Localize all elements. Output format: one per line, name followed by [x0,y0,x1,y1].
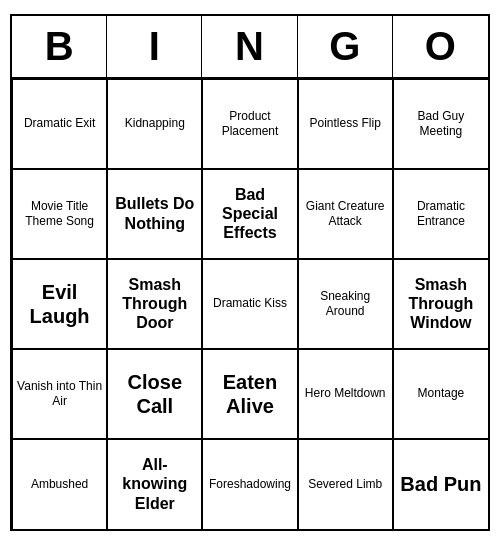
cell-text: Movie Title Theme Song [17,199,102,228]
bingo-cell: Pointless Flip [298,79,393,169]
header-letter: G [298,16,393,77]
bingo-cell: Dramatic Kiss [202,259,297,349]
cell-text: Eaten Alive [207,370,292,418]
cell-text: All-knowing Elder [112,455,197,513]
bingo-cell: Dramatic Exit [12,79,107,169]
cell-text: Pointless Flip [310,116,381,130]
cell-text: Vanish into Thin Air [17,379,102,408]
bingo-cell: Foreshadowing [202,439,297,529]
cell-text: Bad Pun [400,472,481,496]
cell-text: Smash Through Window [398,275,484,333]
cell-text: Foreshadowing [209,477,291,491]
cell-text: Montage [418,386,465,400]
bingo-cell: Close Call [107,349,202,439]
bingo-cell: Bullets Do Nothing [107,169,202,259]
bingo-grid: Dramatic ExitKidnappingProduct Placement… [12,79,488,529]
cell-text: Bad Guy Meeting [398,109,484,138]
bingo-cell: Giant Creature Attack [298,169,393,259]
bingo-cell: Sneaking Around [298,259,393,349]
bingo-cell: Kidnapping [107,79,202,169]
cell-text: Product Placement [207,109,292,138]
bingo-cell: Eaten Alive [202,349,297,439]
bingo-cell: Montage [393,349,488,439]
cell-text: Bad Special Effects [207,185,292,243]
cell-text: Severed Limb [308,477,382,491]
cell-text: Evil Laugh [17,280,102,328]
bingo-cell: Bad Pun [393,439,488,529]
bingo-card: BINGO Dramatic ExitKidnappingProduct Pla… [10,14,490,531]
bingo-cell: Bad Guy Meeting [393,79,488,169]
bingo-cell: Dramatic Entrance [393,169,488,259]
bingo-cell: Ambushed [12,439,107,529]
bingo-cell: Vanish into Thin Air [12,349,107,439]
bingo-cell: Smash Through Window [393,259,488,349]
cell-text: Ambushed [31,477,88,491]
cell-text: Close Call [112,370,197,418]
bingo-cell: Movie Title Theme Song [12,169,107,259]
bingo-header: BINGO [12,16,488,79]
cell-text: Hero Meltdown [305,386,386,400]
bingo-cell: Smash Through Door [107,259,202,349]
bingo-cell: Bad Special Effects [202,169,297,259]
bingo-cell: Product Placement [202,79,297,169]
header-letter: N [202,16,297,77]
header-letter: O [393,16,488,77]
cell-text: Dramatic Exit [24,116,95,130]
cell-text: Sneaking Around [303,289,388,318]
bingo-cell: Severed Limb [298,439,393,529]
bingo-cell: Evil Laugh [12,259,107,349]
cell-text: Bullets Do Nothing [112,194,197,232]
cell-text: Dramatic Kiss [213,296,287,310]
cell-text: Dramatic Entrance [398,199,484,228]
header-letter: I [107,16,202,77]
cell-text: Giant Creature Attack [303,199,388,228]
header-letter: B [12,16,107,77]
bingo-cell: Hero Meltdown [298,349,393,439]
bingo-cell: All-knowing Elder [107,439,202,529]
cell-text: Kidnapping [125,116,185,130]
cell-text: Smash Through Door [112,275,197,333]
